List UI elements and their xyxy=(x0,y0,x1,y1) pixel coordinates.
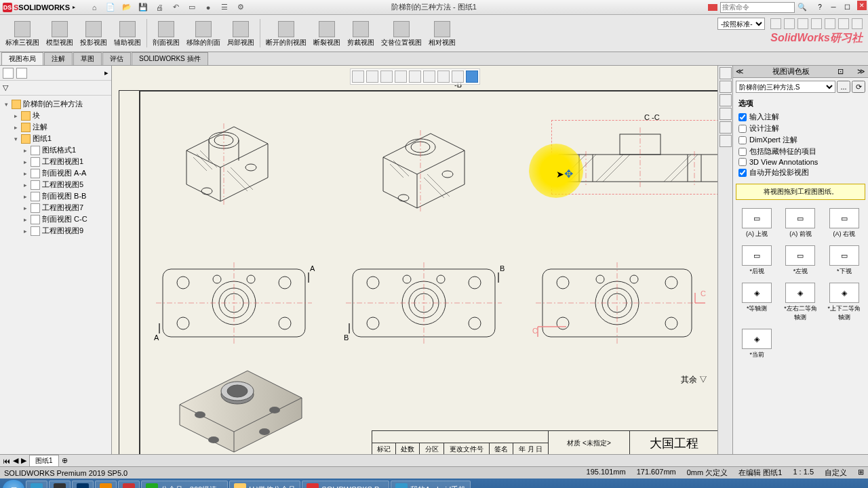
display-icon[interactable] xyxy=(409,70,421,83)
tp-close-icon[interactable]: ✕ xyxy=(857,1,867,10)
search-icon[interactable]: 🔍 xyxy=(797,3,807,12)
taskbar-item[interactable]: 公众号 - 360级速... xyxy=(141,481,228,488)
palette-view[interactable]: ▭(A) 右视 xyxy=(825,207,864,240)
tp-pin-icon[interactable]: ⊡ xyxy=(837,67,844,76)
taskbar-item[interactable] xyxy=(118,481,140,488)
edit-sheet-icon[interactable] xyxy=(437,70,450,83)
palette-view[interactable]: ◈*等轴测 xyxy=(737,281,776,323)
rebuild-icon[interactable]: ● xyxy=(203,2,214,13)
prev-view-icon[interactable] xyxy=(380,70,393,83)
rt-props-icon[interactable] xyxy=(719,135,732,147)
top-view-3[interactable]: C C xyxy=(532,259,709,347)
filter-icon[interactable]: ▽ xyxy=(3,83,8,92)
start-button[interactable]: ⊞ xyxy=(3,480,24,488)
ribbon-relative-view[interactable]: 相对视图 xyxy=(426,16,458,50)
tree-item[interactable]: ▾图纸1 xyxy=(3,133,108,144)
help-icon[interactable]: ? xyxy=(815,3,825,12)
gear-icon[interactable]: ⚙ xyxy=(235,2,246,13)
layer-icon[interactable] xyxy=(770,18,781,29)
tree-item[interactable]: ▸剖面视图 C-C xyxy=(3,214,108,225)
shaded-iso-view[interactable] xyxy=(159,357,322,454)
taskbar-item[interactable] xyxy=(26,481,47,488)
align-icon[interactable] xyxy=(838,18,849,29)
hide-show-icon[interactable] xyxy=(423,70,435,83)
add-sheet-icon[interactable]: ⊕ xyxy=(62,456,68,465)
tp-collapse-icon[interactable]: ≪ xyxy=(736,67,744,76)
tree-item[interactable]: ▸工程图视图7 xyxy=(3,202,108,214)
sheet-nav-next-icon[interactable]: ▶ xyxy=(21,456,26,465)
ribbon-aux-view[interactable]: 辅助视图 xyxy=(111,16,144,50)
iso-view-2[interactable] xyxy=(370,110,478,225)
standard-dropdown[interactable]: -按照标准- xyxy=(717,18,765,30)
tab-annotation[interactable]: 注解 xyxy=(44,52,73,65)
options-icon[interactable]: ☰ xyxy=(219,2,230,13)
taskbar-item[interactable] xyxy=(95,481,117,488)
iso-view-1[interactable] xyxy=(173,103,281,218)
ribbon-section-view[interactable]: 剖面视图 xyxy=(150,16,182,50)
new-icon[interactable]: 📄 xyxy=(105,2,116,13)
tree-item[interactable]: ▸剖面视图 A-A xyxy=(3,167,108,179)
ribbon-model-view[interactable]: 模型视图 xyxy=(43,16,76,50)
undo-icon[interactable]: ↶ xyxy=(170,2,181,13)
ribbon-detail-view[interactable]: 局部视图 xyxy=(224,16,257,50)
rt-resources-icon[interactable] xyxy=(719,81,732,93)
thickness-icon[interactable] xyxy=(811,18,822,29)
line-icon[interactable] xyxy=(784,18,795,29)
ribbon-crop-view[interactable]: 剪裁视图 xyxy=(344,16,377,50)
maximize-icon[interactable]: ☐ xyxy=(842,3,852,12)
check-import-annot[interactable]: 输入注解 xyxy=(738,111,863,123)
palette-view[interactable]: ◈*当前 xyxy=(737,327,776,361)
tree-item[interactable]: ▸剖面视图 B-B xyxy=(3,190,108,202)
tab-addins[interactable]: SOLIDWORKS 插件 xyxy=(132,52,208,65)
palette-view[interactable]: ◈*上下二等角轴测 xyxy=(825,281,864,323)
tree-item[interactable]: ▸块 xyxy=(3,110,108,121)
top-view-1[interactable]: A A xyxy=(153,259,315,347)
sheet-nav-prev-icon[interactable]: ◀ xyxy=(13,456,18,465)
tree-item[interactable]: ▸工程图视图5 xyxy=(3,179,108,190)
rt-palette-icon[interactable] xyxy=(719,108,732,120)
zoom-area-icon[interactable] xyxy=(366,70,378,83)
zoom-fit-icon[interactable] xyxy=(352,70,364,83)
palette-view[interactable]: ▭*后视 xyxy=(737,244,776,277)
taskbar-item[interactable] xyxy=(72,481,94,488)
rt-appearance-icon[interactable] xyxy=(719,121,732,134)
ribbon-break-view[interactable]: 断裂视图 xyxy=(311,16,343,50)
more-views-label[interactable]: 其余 ▽ xyxy=(681,374,707,386)
status-mks-icon[interactable]: ⊞ xyxy=(858,468,864,478)
color-icon[interactable] xyxy=(797,18,808,29)
rt-library-icon[interactable] xyxy=(719,94,732,106)
style-icon[interactable] xyxy=(825,18,835,29)
check-3d-annot[interactable]: 3D View Annotations xyxy=(738,157,863,167)
check-design-annot[interactable]: 设计注解 xyxy=(738,123,863,134)
tree-root[interactable]: ▾阶梯剖的三种方法 xyxy=(3,98,108,110)
fm-tab-icon[interactable] xyxy=(3,68,14,79)
palette-view[interactable]: ▭(A) 前视 xyxy=(781,207,820,240)
view-orient-icon[interactable] xyxy=(452,70,464,83)
tree-item[interactable]: ▸工程图视图9 xyxy=(3,225,108,237)
open-icon[interactable]: 📂 xyxy=(121,2,132,13)
taskbar-item[interactable]: H:\微信公众号 xyxy=(229,481,300,488)
taskbar-item[interactable]: SOLIDWORKS P... xyxy=(302,481,389,488)
tp-browse-button[interactable]: ... xyxy=(837,81,850,93)
3d-view-icon[interactable] xyxy=(466,70,478,83)
taskbar-item[interactable]: 我的Android手机 xyxy=(391,481,471,488)
ribbon-std-views[interactable]: 标准三视图 xyxy=(3,16,42,50)
tab-view-layout[interactable]: 视图布局 xyxy=(1,52,43,65)
check-hidden[interactable]: 包括隐藏特征的项目 xyxy=(738,146,863,157)
tree-item[interactable]: ▸图纸格式1 xyxy=(3,144,108,156)
ribbon-alt-pos-view[interactable]: 交替位置视图 xyxy=(378,16,425,50)
sheet-tab[interactable]: 图纸1 xyxy=(29,455,59,467)
check-auto-project[interactable]: 自动开始投影视图 xyxy=(738,167,863,178)
save-icon[interactable]: 💾 xyxy=(138,2,149,13)
tree-item[interactable]: ▸工程图视图1 xyxy=(3,156,108,167)
drawing-canvas[interactable]: -B C -C xyxy=(112,66,717,454)
ribbon-removed-section[interactable]: 移除的剖面 xyxy=(184,16,223,50)
tab-evaluate[interactable]: 评估 xyxy=(102,52,131,65)
sheet-nav-first-icon[interactable]: ⏮ xyxy=(3,457,10,465)
tp-expand-icon[interactable]: ≫ xyxy=(857,67,865,76)
tp-refresh-icon[interactable]: ⟳ xyxy=(852,81,865,93)
print-icon[interactable]: 🖨 xyxy=(154,2,165,13)
ribbon-projected-view[interactable]: 投影视图 xyxy=(77,16,110,50)
tab-sketch[interactable]: 草图 xyxy=(73,52,102,65)
palette-view[interactable]: ◈*左右二等角轴测 xyxy=(781,281,820,323)
